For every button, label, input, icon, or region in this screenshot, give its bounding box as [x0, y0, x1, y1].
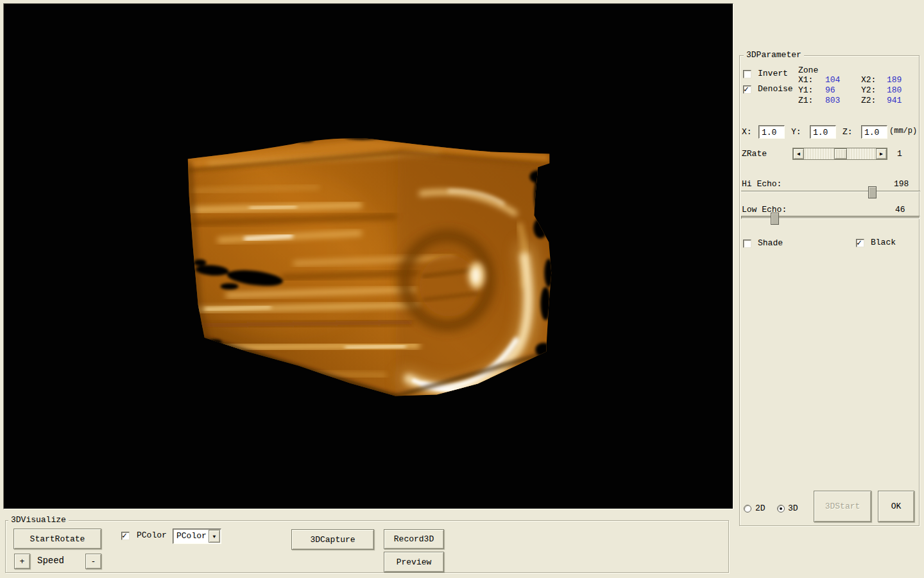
zone-z2-value: 941	[887, 96, 902, 105]
pcolor-label: PColor	[137, 531, 167, 540]
low-echo-thumb[interactable]	[771, 213, 779, 225]
start-3d-button[interactable]: 3DStart	[814, 491, 871, 522]
parameter-groupbox: 3DParameter Invert ✓ Denoise Zone X1: 10…	[739, 55, 920, 526]
hi-echo-label: Hi Echo:	[742, 180, 782, 189]
shade-label: Shade	[758, 239, 783, 248]
parameter-panel: 3DParameter Invert ✓ Denoise Zone X1: 10…	[735, 0, 924, 578]
hi-echo-thumb[interactable]	[868, 186, 877, 198]
pcolor-dropdown-value: PColor	[176, 531, 207, 541]
shade-checkbox[interactable]	[743, 240, 751, 248]
zone-z2-label: Z2:	[861, 96, 876, 105]
visualize-groupbox-title: 3DVisualize	[8, 516, 69, 525]
check-icon: ✓	[857, 238, 862, 248]
invert-checkbox[interactable]	[743, 70, 751, 78]
zone-y1-label: Y1:	[798, 86, 813, 95]
zrate-value: 1	[897, 150, 902, 159]
pcolor-checkbox[interactable]: ✓	[121, 532, 130, 540]
scale-unit-label: (mm/p)	[889, 127, 917, 136]
scale-y-input[interactable]	[810, 125, 836, 139]
start-rotate-button[interactable]: StartRotate	[13, 529, 101, 549]
zrate-scrollbar[interactable]: ◀ ▶	[792, 148, 887, 160]
zone-title: Zone	[798, 66, 818, 75]
speed-label: Speed	[37, 556, 64, 565]
pcolor-dropdown-button[interactable]: ▼	[209, 530, 220, 543]
zone-x2-label: X2:	[861, 76, 876, 85]
mode-2d-label: 2D	[755, 504, 766, 513]
scale-x-input[interactable]	[758, 125, 785, 139]
zrate-left-arrow[interactable]: ◀	[793, 148, 804, 159]
right-arrow-icon: ▶	[880, 151, 883, 157]
black-checkbox[interactable]: ✓	[856, 239, 864, 247]
check-icon: ✓	[122, 530, 127, 541]
denoise-checkbox[interactable]: ✓	[743, 85, 751, 94]
mode-3d-radio[interactable]	[777, 505, 785, 512]
zone-y1-value: 96	[825, 86, 835, 95]
check-icon: ✓	[744, 84, 749, 94]
zone-x1-value: 104	[825, 76, 840, 85]
low-echo-label: Low Echo:	[742, 206, 787, 215]
pcolor-dropdown[interactable]: PColor ▼	[173, 529, 221, 544]
hi-echo-track[interactable]	[741, 191, 920, 192]
ok-button[interactable]: OK	[878, 491, 914, 522]
scale-x-label: X:	[742, 128, 752, 137]
left-arrow-icon: ◀	[797, 151, 800, 157]
scale-z-label: Z:	[843, 128, 853, 137]
visualize-groupbox: 3DVisualize StartRotate + Speed - ✓ PCol…	[5, 520, 729, 573]
zone-z1-label: Z1:	[798, 96, 813, 105]
app-window: { "colors": { "panel_bg": "#ece9d8", "ca…	[0, 0, 924, 578]
speed-plus-button[interactable]: +	[14, 554, 30, 569]
zone-y2-label: Y2:	[861, 86, 876, 95]
preview-button[interactable]: Preview	[384, 552, 444, 572]
zone-y2-value: 180	[887, 86, 902, 95]
black-label: Black	[871, 238, 896, 247]
chevron-down-icon: ▼	[213, 534, 216, 539]
low-echo-value: 46	[895, 206, 905, 215]
mode-2d-radio[interactable]	[744, 505, 751, 512]
parameter-groupbox-title: 3DParameter	[744, 51, 804, 60]
zone-x2-value: 189	[887, 76, 902, 85]
zrate-right-arrow[interactable]: ▶	[876, 148, 887, 159]
hi-echo-value: 198	[894, 180, 909, 189]
ultrasound-volume-render	[4, 4, 733, 509]
scale-y-label: Y:	[791, 128, 801, 137]
mode-3d-label: 3D	[788, 504, 798, 513]
invert-label: Invert	[758, 69, 788, 78]
zrate-label: ZRate	[742, 150, 767, 159]
capture-3d-button[interactable]: 3DCapture	[291, 529, 374, 550]
record-3d-button[interactable]: Record3D	[384, 529, 444, 549]
radio-dot-icon	[780, 507, 782, 510]
zone-x1-label: X1:	[798, 76, 813, 85]
render-viewport[interactable]	[3, 3, 733, 509]
denoise-label: Denoise	[758, 85, 793, 94]
zrate-thumb[interactable]	[834, 148, 847, 159]
speed-minus-button[interactable]: -	[85, 554, 101, 569]
scale-z-input[interactable]	[861, 125, 887, 139]
zone-z1-value: 803	[825, 96, 840, 105]
low-echo-track[interactable]	[741, 216, 920, 219]
